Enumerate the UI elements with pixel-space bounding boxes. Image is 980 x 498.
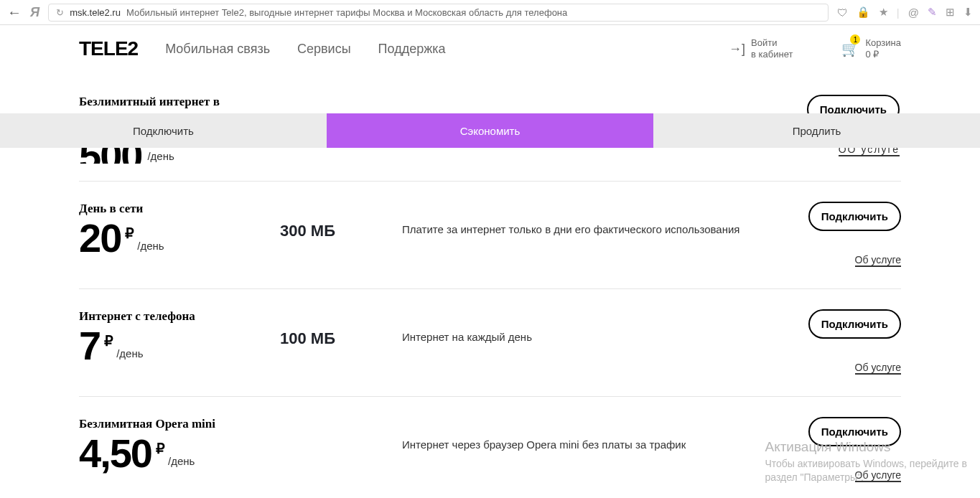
- login-link[interactable]: →] Войти в кабинет: [729, 37, 793, 60]
- separator: |: [897, 6, 900, 19]
- url-host: msk.tele2.ru: [70, 7, 121, 18]
- tab-connect[interactable]: Подключить: [0, 113, 327, 148]
- tariff-desc: Платите за интернет только в дни его фак…: [402, 202, 801, 267]
- connect-button[interactable]: Подключить: [808, 417, 901, 446]
- about-link[interactable]: Об услуге: [855, 469, 901, 482]
- about-link[interactable]: Об услуге: [855, 362, 901, 375]
- tariff-title: Безлимитная Opera mini: [79, 417, 280, 431]
- price-period: /день: [116, 347, 143, 360]
- login-line2: в кабинет: [751, 49, 793, 60]
- feather-icon[interactable]: ✎: [928, 6, 937, 19]
- price-currency: ₽: [125, 225, 134, 242]
- tariff-row: Безлимитная Opera mini 4,50 ₽ /день Инте…: [79, 397, 901, 498]
- cart-line2: 0 ₽: [865, 49, 901, 60]
- price-number: 7: [79, 328, 100, 364]
- download-icon[interactable]: ⬇: [963, 6, 973, 19]
- tariff-title: День в сети: [79, 202, 280, 216]
- tariff-desc: Интернет на каждый день: [402, 309, 801, 375]
- cutoff-price-per: /день: [147, 150, 174, 162]
- tariff-price: 20 ₽ /день: [79, 220, 280, 256]
- site-header: TELE2 Мобильная связь Сервисы Поддержка …: [0, 25, 980, 72]
- connect-button[interactable]: Подключить: [808, 309, 901, 339]
- sticky-tabs: Подключить Сэкономить Продлить: [0, 113, 980, 148]
- tariff-row: Интернет с телефона 7 ₽ /день 100 МБ Инт…: [79, 289, 901, 397]
- shield-icon[interactable]: 🛡: [837, 6, 848, 19]
- tariff-price: 4,50 ₽ /день: [79, 436, 280, 471]
- cutoff-tariff-title: Безлимитный интернет в: [79, 95, 220, 109]
- reload-icon[interactable]: ↻: [56, 7, 64, 18]
- price-number: 20: [79, 220, 121, 256]
- back-icon[interactable]: ←: [7, 4, 22, 21]
- lock-icon[interactable]: 🔒: [857, 6, 870, 19]
- price-number: 4,50: [79, 436, 151, 471]
- tariff-amount: 100 МБ: [280, 309, 402, 375]
- nav-mobile[interactable]: Мобильная связь: [165, 42, 270, 57]
- tariff-desc: Интернет через браузер Opera mini без пл…: [402, 417, 801, 482]
- login-icon: →]: [729, 42, 745, 57]
- price-currency: ₽: [156, 440, 165, 457]
- star-icon[interactable]: ★: [879, 6, 888, 19]
- tab-save[interactable]: Сэкономить: [327, 113, 653, 148]
- cart-line1: Корзина: [865, 37, 901, 49]
- price-period: /день: [137, 240, 164, 252]
- login-line1: Войти: [751, 37, 793, 49]
- about-link[interactable]: Об услуге: [855, 254, 901, 267]
- at-icon[interactable]: @: [908, 6, 919, 19]
- tariff-title: Интернет с телефона: [79, 309, 280, 324]
- cutoff-price-num: 500: [79, 148, 141, 164]
- tab-extend[interactable]: Продлить: [653, 113, 980, 148]
- connect-button[interactable]: Подключить: [808, 202, 901, 231]
- tariff-amount: [280, 417, 402, 482]
- nav-support[interactable]: Поддержка: [378, 42, 446, 57]
- browser-toolbar: ← Я ↻ msk.tele2.ru Мобильный интернет Te…: [0, 0, 980, 25]
- address-bar[interactable]: ↻ msk.tele2.ru Мобильный интернет Tele2,…: [48, 4, 829, 22]
- nav-services[interactable]: Сервисы: [297, 42, 351, 57]
- browser-right-icons: 🛡 🔒 ★ | @ ✎ ⊞ ⬇: [837, 6, 973, 19]
- extension-icon[interactable]: ⊞: [946, 6, 955, 19]
- tele2-logo[interactable]: TELE2: [79, 37, 138, 60]
- tariff-amount: 300 МБ: [280, 202, 402, 267]
- tariff-row: День в сети 20 ₽ /день 300 МБ Платите за…: [79, 182, 901, 289]
- yandex-logo-icon[interactable]: Я: [30, 5, 39, 20]
- price-period: /день: [168, 455, 195, 467]
- price-currency: ₽: [104, 332, 113, 349]
- tariff-price: 7 ₽ /день: [79, 328, 280, 364]
- cart-link[interactable]: 🛒 1 Корзина 0 ₽: [841, 37, 901, 60]
- page-title-in-url: Мобильный интернет Tele2, выгодные интер…: [126, 7, 567, 18]
- cutoff-price: 500 /день: [79, 148, 174, 164]
